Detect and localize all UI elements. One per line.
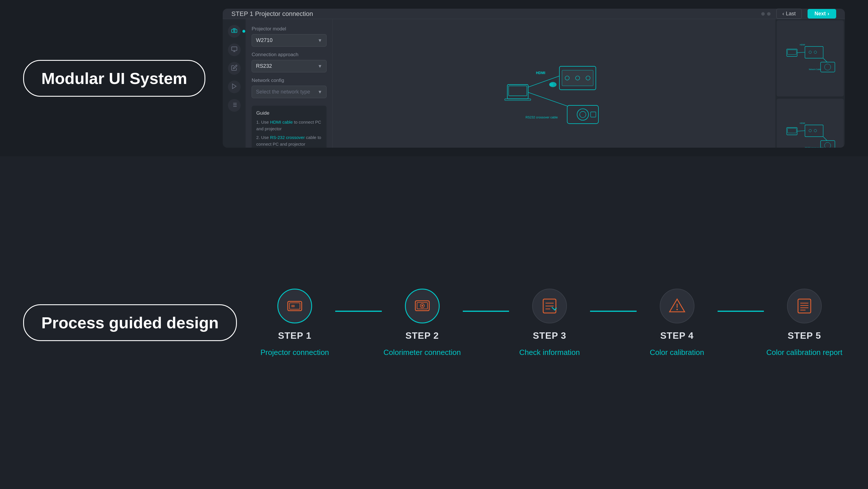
svg-line-35: [797, 52, 805, 53]
header-dot-1: [761, 12, 765, 16]
edit-icon: [231, 64, 238, 73]
step-1-circle[interactable]: [277, 289, 312, 323]
svg-rect-39: [787, 127, 797, 135]
projector-icon: [231, 28, 238, 35]
step-4: STEP 4 Color calibration: [637, 289, 718, 357]
brand-title: Modular UI System: [41, 69, 187, 88]
step-5-number: STEP 5: [787, 330, 821, 341]
step-5-circle[interactable]: [787, 289, 822, 323]
svg-text:RS232 crossover cable: RS232 crossover cable: [526, 116, 558, 119]
svg-point-56: [422, 305, 423, 307]
hdmi-cable-link[interactable]: HDMI cable: [270, 120, 293, 124]
sidebar-item-list[interactable]: [228, 99, 241, 112]
rs232-crossover-link[interactable]: RS-232 crossover: [270, 135, 305, 140]
svg-point-63: [676, 309, 678, 310]
projector-model-value: W2710: [256, 37, 273, 44]
guide-item-2: 2. Use RS-232 crossover cable to connect…: [256, 134, 322, 147]
svg-rect-2: [231, 47, 237, 50]
connection-approach-section: Connection approach RS232 ▼: [252, 52, 327, 73]
sidebar-item-projector[interactable]: [228, 25, 241, 38]
svg-marker-3: [232, 84, 236, 89]
svg-rect-10: [507, 85, 528, 99]
config-panel: Projector model W2710 ▼ Connection appro…: [246, 19, 333, 148]
connection-approach-value: RS232: [256, 63, 272, 69]
step-3-number: STEP 3: [533, 330, 566, 341]
step-3-circle[interactable]: [532, 289, 567, 323]
step-1-number: STEP 1: [278, 330, 311, 341]
svg-point-31: [809, 51, 812, 54]
next-button[interactable]: Next ›: [808, 9, 836, 19]
step-5-desc: Color calibration report: [766, 348, 842, 357]
projector-model-dropdown[interactable]: W2710 ▼: [252, 34, 327, 47]
svg-rect-52: [291, 305, 295, 307]
steps-container: STEP 1 Projector connection STEP 2 Color…: [254, 289, 845, 357]
step-4-circle[interactable]: [660, 289, 694, 323]
step-3: STEP 3 Check information: [509, 289, 590, 357]
svg-point-45: [825, 142, 831, 148]
connection-approach-dropdown[interactable]: RS232 ▼: [252, 60, 327, 73]
svg-rect-40: [787, 128, 797, 133]
network-config-section: Network config Select the network type ▼: [252, 78, 327, 98]
step-2-circle[interactable]: [405, 289, 440, 323]
svg-line-14: [528, 74, 565, 87]
last-button[interactable]: ‹ Last: [776, 9, 802, 19]
steps-row: STEP 1 Projector connection STEP 2 Color…: [254, 289, 845, 357]
step-4-number: STEP 4: [660, 330, 694, 341]
svg-line-47: [823, 137, 827, 141]
svg-rect-64: [798, 299, 811, 313]
svg-rect-33: [820, 62, 835, 72]
panel-header-right: ‹ Last Next ›: [761, 9, 836, 19]
list-icon: [231, 102, 238, 110]
step-1-icon: [285, 297, 304, 315]
svg-rect-29: [787, 50, 797, 54]
network-config-value: Select the network type: [256, 89, 310, 95]
svg-line-36: [823, 58, 827, 62]
sidebar-item-play[interactable]: [228, 81, 241, 93]
svg-text:HDMI: HDMI: [800, 44, 805, 46]
step-4-desc: Color calibration: [650, 348, 704, 357]
main-ui-panel: STEP 1 Projector connection ‹ Last Next …: [223, 9, 845, 148]
svg-point-42: [809, 130, 812, 132]
process-title: Process guided design: [41, 313, 219, 332]
svg-text:HDMI: HDMI: [536, 71, 545, 75]
sidebar-item-screen[interactable]: [228, 44, 241, 56]
next-button-label: Next: [814, 11, 826, 17]
svg-rect-22: [567, 105, 598, 124]
screen-icon: [231, 46, 238, 54]
step-2-icon: [413, 297, 432, 315]
panel-header: STEP 1 Projector connection ‹ Last Next …: [223, 9, 845, 19]
bottom-section: Process guided design STEP 1 Projector c…: [0, 156, 868, 489]
sidebar-item-edit[interactable]: [228, 62, 241, 75]
step-5-icon: [795, 297, 814, 315]
right-panel-bottom: HDMI RS232 crossover cable: [777, 99, 844, 148]
network-config-dropdown[interactable]: Select the network type ▼: [252, 86, 327, 98]
right-panel-top-diagram: HDMI Network Cable: [784, 41, 836, 76]
step-2-desc: Colorimeter connection: [383, 348, 461, 357]
step-2-number: STEP 2: [405, 330, 439, 341]
diagram-area: HDMI RS232 crossover cable: [333, 19, 775, 148]
svg-point-34: [825, 64, 831, 70]
connector-4-5: [718, 311, 764, 312]
step-5: STEP 5 Color calibration report: [764, 289, 845, 357]
dropdown-arrow-3: ▼: [318, 89, 322, 95]
panel-body: Projector model W2710 ▼ Connection appro…: [223, 19, 845, 148]
step-1: STEP 1 Projector connection: [254, 289, 335, 357]
svg-text:RS232 crossover cable: RS232 crossover cable: [805, 146, 824, 148]
right-panel-top: HDMI Network Cable: [777, 20, 844, 96]
guide-item-1: 1. Use HDMI cable to connect PC and proj…: [256, 119, 322, 132]
svg-text:Network Cable: Network Cable: [809, 68, 821, 70]
sidebar: [223, 19, 246, 148]
right-panel-bottom-diagram: HDMI RS232 crossover cable: [784, 119, 836, 148]
svg-rect-0: [231, 29, 237, 32]
connection-approach-label: Connection approach: [252, 52, 327, 58]
svg-point-43: [814, 130, 817, 132]
connector-3-4: [590, 311, 636, 312]
projector-model-section: Projector model W2710 ▼: [252, 26, 327, 47]
connector-1-2: [335, 311, 381, 312]
process-title-container: Process guided design: [23, 304, 237, 341]
svg-rect-27: [549, 83, 553, 86]
header-dot-2: [767, 12, 771, 16]
svg-point-32: [814, 51, 817, 54]
top-section: Modular UI System STEP 1 Projector conne…: [0, 0, 868, 156]
step-1-desc: Projector connection: [260, 348, 329, 357]
